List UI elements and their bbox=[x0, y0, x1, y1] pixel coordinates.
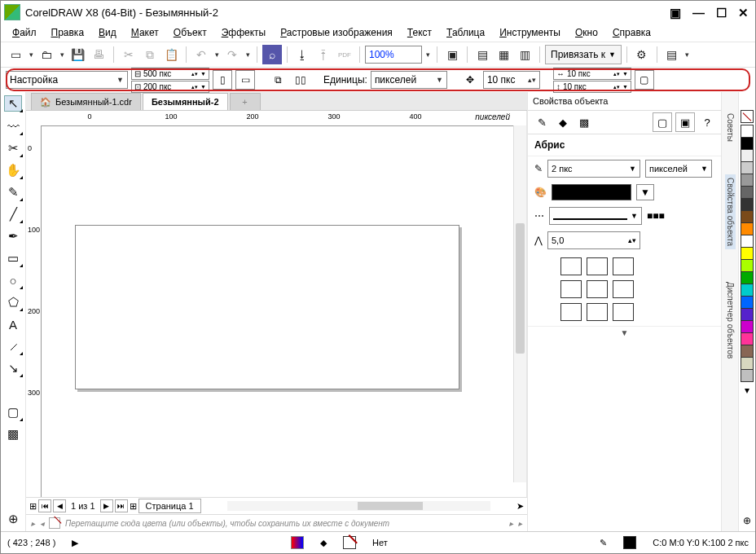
launch-button[interactable]: ▤ bbox=[662, 45, 682, 64]
page-tab-1[interactable]: Страница 1 bbox=[138, 499, 201, 513]
palette-swatch[interactable] bbox=[741, 296, 754, 309]
guides-button[interactable]: ▥ bbox=[515, 45, 534, 64]
outline-width-combo[interactable]: 2 пкс▼ bbox=[547, 160, 640, 178]
minimize-button[interactable]: — bbox=[692, 7, 705, 19]
close-button[interactable]: ✕ bbox=[738, 7, 749, 19]
new-dropdown[interactable]: ▾ bbox=[27, 51, 35, 59]
fullscreen-button[interactable]: ▣ bbox=[442, 45, 462, 64]
menu-эффекты[interactable]: Эффекты bbox=[215, 25, 273, 40]
canvas[interactable]: 0100200300400пикселей 0100200300 bbox=[26, 111, 527, 497]
page-width-spin[interactable]: ⊟500 пкс▴▾▼ bbox=[131, 68, 209, 80]
copy-button[interactable]: ⧉ bbox=[140, 45, 160, 64]
crop-tool[interactable]: ✂ bbox=[5, 141, 21, 156]
export-button[interactable]: ⭱ bbox=[314, 45, 333, 64]
pos-1[interactable] bbox=[560, 303, 582, 321]
miter-limit-spin[interactable]: 5,0▴▾ bbox=[547, 231, 640, 249]
cap-2[interactable] bbox=[587, 280, 608, 298]
docker-expand[interactable]: ▼ bbox=[528, 326, 721, 338]
menu-правка[interactable]: Правка bbox=[45, 25, 91, 40]
page-height-spin[interactable]: ⊡200 пкс▴▾▼ bbox=[131, 81, 209, 93]
menu-окно[interactable]: Окно bbox=[569, 25, 604, 40]
docker-tab-fill[interactable]: ◆ bbox=[554, 113, 572, 131]
tab-add[interactable]: + bbox=[230, 93, 261, 110]
outline-color-dropdown[interactable]: ▼ bbox=[636, 184, 654, 200]
outline-color-swatch[interactable] bbox=[552, 184, 631, 200]
units-combo[interactable]: пикселей▼ bbox=[371, 71, 447, 89]
status-color-icon[interactable] bbox=[291, 536, 304, 549]
tab-doc2[interactable]: Безымянный-2 bbox=[143, 93, 228, 110]
all-pages-icon[interactable]: ⧉ bbox=[268, 70, 288, 90]
text-tool[interactable]: A bbox=[5, 317, 21, 332]
zoom-combo[interactable]: 100% bbox=[365, 46, 422, 64]
polygon-tool[interactable]: ⬠ bbox=[5, 295, 21, 310]
pos-3[interactable] bbox=[613, 303, 634, 321]
palette-swatch[interactable] bbox=[741, 284, 754, 297]
pdf-button[interactable]: PDF bbox=[335, 45, 354, 64]
menu-таблица[interactable]: Таблица bbox=[440, 25, 491, 40]
undo-button[interactable]: ↶ bbox=[191, 45, 211, 64]
page-first[interactable]: ⏮ bbox=[38, 499, 51, 512]
paste-button[interactable]: 📋 bbox=[161, 45, 181, 64]
search-button[interactable]: ⌕ bbox=[262, 45, 282, 64]
palette-swatch[interactable] bbox=[741, 222, 754, 235]
shape-tool[interactable]: 〰 bbox=[5, 119, 21, 134]
tab-doc1[interactable]: 🏠Безымянный-1.cdr bbox=[31, 93, 141, 110]
ellipse-tool[interactable]: ○ bbox=[5, 273, 21, 288]
nav-arrow[interactable]: ➤ bbox=[516, 501, 524, 512]
palette-swatch[interactable] bbox=[741, 149, 754, 162]
dash-more-icon[interactable]: ■■■ bbox=[647, 210, 665, 222]
palette-swatch[interactable] bbox=[741, 308, 754, 321]
menu-объект[interactable]: Объект bbox=[167, 25, 213, 40]
connector-tool[interactable]: ↘ bbox=[5, 361, 21, 376]
dropshadow-tool[interactable]: ▢ bbox=[5, 405, 21, 420]
docker-tab-transp[interactable]: ▩ bbox=[575, 113, 593, 131]
snap-dropdown[interactable]: Привязать к▼ bbox=[545, 45, 622, 64]
status-arrow-icon[interactable]: ▶ bbox=[72, 538, 78, 548]
dup-y-spin[interactable]: ↕10 пкс▴▾▼ bbox=[553, 81, 631, 93]
palette-more[interactable]: ▾ bbox=[745, 385, 749, 396]
palette-add[interactable]: ⊕ bbox=[743, 515, 751, 526]
docker-mode1[interactable]: ▢ bbox=[653, 112, 672, 132]
docker-mode2[interactable]: ▣ bbox=[675, 112, 695, 132]
dup-x-spin[interactable]: ↔10 пкс▴▾▼ bbox=[553, 68, 631, 80]
side-tab-objmgr[interactable]: Диспетчер объектов bbox=[726, 282, 735, 358]
freehand-tool[interactable]: ✎ bbox=[5, 185, 21, 200]
docker-help[interactable]: ? bbox=[698, 113, 716, 131]
scrollbar-vertical[interactable] bbox=[513, 125, 526, 482]
dimension-tool[interactable]: ⟋ bbox=[5, 339, 21, 354]
page-preset-combo[interactable]: Настройка▼ bbox=[6, 71, 128, 89]
palette-swatch[interactable] bbox=[741, 247, 754, 260]
save-button[interactable]: 💾 bbox=[68, 45, 87, 64]
toolbox-add[interactable]: ⊕ bbox=[5, 512, 21, 526]
palette-swatch[interactable] bbox=[741, 320, 754, 333]
outline-unit-combo[interactable]: пикселей▼ bbox=[645, 160, 712, 178]
new-button[interactable]: ▭ bbox=[6, 45, 25, 64]
rectangle-tool[interactable]: ▭ bbox=[5, 251, 21, 266]
page-last[interactable]: ⏭ bbox=[115, 499, 128, 512]
no-color-swatch[interactable] bbox=[741, 110, 754, 123]
zoom-tool[interactable]: ✋ bbox=[5, 163, 21, 178]
palette-swatch[interactable] bbox=[741, 345, 754, 358]
corner-3[interactable] bbox=[613, 257, 634, 275]
page-next[interactable]: ▶ bbox=[100, 499, 113, 512]
status-fill-icon[interactable]: ◆ bbox=[320, 538, 327, 548]
page-add-icon[interactable]: ⊞ bbox=[29, 501, 37, 512]
palette-swatch[interactable] bbox=[741, 137, 754, 150]
palette-swatch[interactable] bbox=[741, 125, 754, 138]
doc-palette-strip[interactable]: ▸◂ Перетащите сюда цвета (или объекты), … bbox=[26, 514, 527, 531]
cap-1[interactable] bbox=[560, 280, 582, 298]
transparency-tool[interactable]: ▩ bbox=[5, 427, 21, 442]
corner-2[interactable] bbox=[587, 257, 608, 275]
portrait-button[interactable]: ▯ bbox=[213, 70, 232, 90]
palette-swatch[interactable] bbox=[741, 186, 754, 199]
palette-swatch[interactable] bbox=[741, 210, 754, 223]
nudge-spin[interactable]: 10 пкс▴▾ bbox=[483, 71, 540, 89]
docker-tab-outline[interactable]: ✎ bbox=[533, 113, 551, 131]
redo-button[interactable]: ↷ bbox=[222, 45, 242, 64]
palette-swatch[interactable] bbox=[741, 369, 754, 382]
menu-текст[interactable]: Текст bbox=[401, 25, 438, 40]
current-page-icon[interactable]: ▯▯ bbox=[291, 70, 310, 90]
landscape-button[interactable]: ▭ bbox=[235, 70, 255, 90]
open-button[interactable]: 🗀 bbox=[37, 45, 56, 64]
line-tool[interactable]: ╱ bbox=[5, 207, 21, 222]
